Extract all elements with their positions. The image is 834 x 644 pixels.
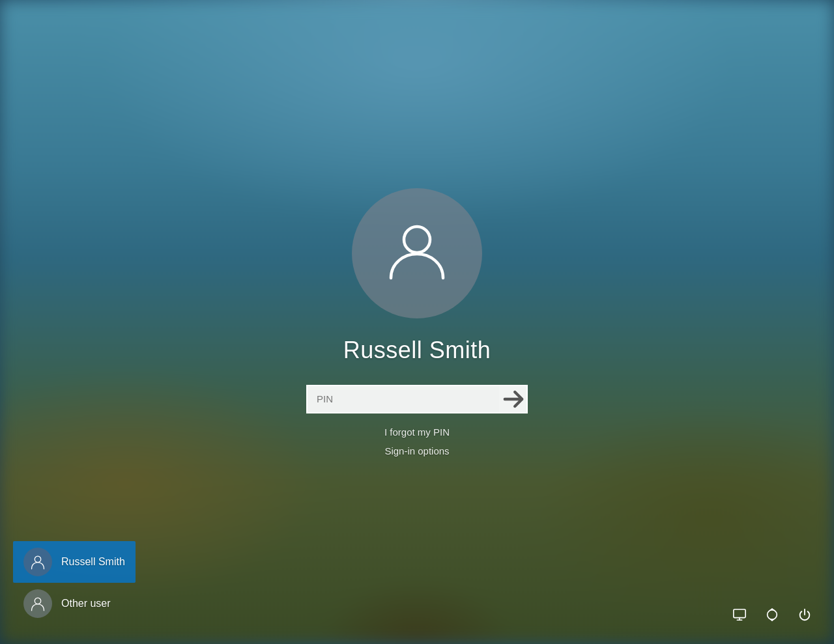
power-button[interactable]	[795, 605, 814, 624]
user-item-name-russell: Russell Smith	[61, 556, 125, 568]
pin-input-container	[306, 385, 528, 413]
forgot-pin-link[interactable]: I forgot my PIN	[384, 427, 450, 438]
system-icons-bar	[730, 605, 814, 624]
user-avatar-icon	[381, 216, 453, 290]
accessibility-button[interactable]	[730, 605, 749, 624]
user-item-active[interactable]: Russell Smith	[13, 541, 136, 583]
user-icon-russell	[29, 553, 46, 570]
avatar	[352, 188, 482, 318]
arrow-right-icon	[499, 385, 528, 413]
svg-point-1	[35, 556, 40, 562]
power-icon	[798, 608, 812, 622]
user-list: Russell Smith Other user	[13, 541, 136, 624]
network-icon	[765, 608, 779, 622]
username-display: Russell Smith	[343, 337, 491, 364]
user-item-avatar-russell	[23, 548, 52, 576]
network-button[interactable]	[762, 605, 782, 624]
svg-point-2	[35, 598, 40, 604]
pin-input[interactable]	[306, 385, 528, 413]
signin-options-link[interactable]: Sign-in options	[384, 445, 449, 456]
user-icon-other	[29, 595, 46, 612]
accessibility-icon	[732, 608, 747, 622]
svg-point-0	[404, 227, 430, 253]
svg-rect-3	[734, 609, 745, 618]
user-item-name-other: Other user	[61, 598, 111, 609]
user-item-avatar-other	[23, 589, 52, 618]
user-item-other[interactable]: Other user	[13, 583, 136, 624]
pin-submit-button[interactable]	[499, 385, 528, 413]
